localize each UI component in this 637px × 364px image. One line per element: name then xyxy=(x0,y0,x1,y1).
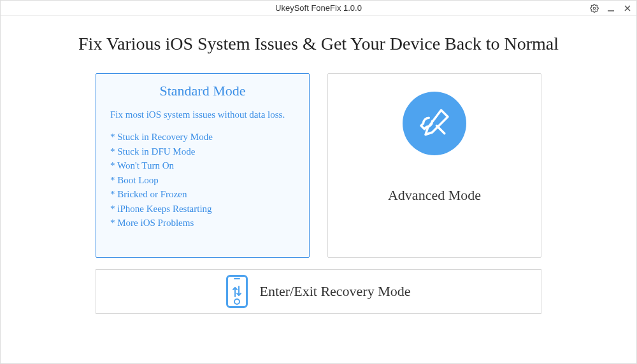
main-content: Fix Various iOS System Issues & Get Your… xyxy=(1,16,636,363)
window-controls xyxy=(589,1,633,16)
list-item: Stuck in DFU Mode xyxy=(110,144,295,159)
svg-point-0 xyxy=(593,7,596,10)
list-item: Won't Turn On xyxy=(110,158,295,173)
close-button[interactable] xyxy=(622,3,633,13)
standard-mode-list: Stuck in Recovery Mode Stuck in DFU Mode… xyxy=(110,130,295,230)
titlebar: UkeySoft FoneFix 1.0.0 xyxy=(1,1,636,16)
recovery-mode-label: Enter/Exit Recovery Mode xyxy=(259,283,410,300)
close-icon xyxy=(624,4,631,12)
list-item: iPhone Keeps Restarting xyxy=(110,202,295,216)
advanced-mode-card[interactable]: Advanced Mode xyxy=(327,73,541,258)
list-item: Bricked or Frozen xyxy=(110,187,295,202)
page-headline: Fix Various iOS System Issues & Get Your… xyxy=(78,34,559,54)
tools-icon xyxy=(403,92,466,155)
list-item: Stuck in Recovery Mode xyxy=(110,130,295,144)
gear-icon xyxy=(590,4,599,13)
minimize-icon xyxy=(607,4,615,12)
mode-cards: Standard Mode Fix most iOS system issues… xyxy=(96,73,541,258)
minimize-button[interactable] xyxy=(606,3,616,13)
standard-mode-desc: Fix most iOS system issues without data … xyxy=(110,108,295,121)
svg-line-4 xyxy=(437,126,445,134)
window-title: UkeySoft FoneFix 1.0.0 xyxy=(275,3,362,13)
app-window: UkeySoft FoneFix 1.0.0 Fix Various iOS S… xyxy=(0,0,637,364)
list-item: Boot Loop xyxy=(110,173,295,188)
recovery-mode-button[interactable]: Enter/Exit Recovery Mode xyxy=(96,269,541,314)
list-item: More iOS Problems xyxy=(110,216,295,230)
advanced-mode-title: Advanced Mode xyxy=(388,187,481,204)
settings-button[interactable] xyxy=(589,3,599,13)
standard-mode-card[interactable]: Standard Mode Fix most iOS system issues… xyxy=(96,73,310,258)
standard-mode-title: Standard Mode xyxy=(110,83,295,99)
phone-icon xyxy=(226,275,248,308)
